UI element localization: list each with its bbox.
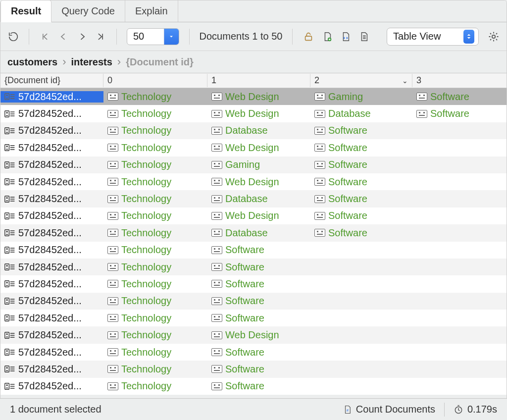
value-cell[interactable]: Web Design bbox=[207, 210, 310, 221]
id-cell[interactable]: 57d28452ed... bbox=[0, 193, 103, 205]
value-cell[interactable]: Technology bbox=[103, 278, 207, 290]
table-row[interactable]: 57d28452ed...TechnologyDatabaseSoftware bbox=[0, 224, 507, 241]
value-cell[interactable]: Technology bbox=[103, 313, 207, 324]
value-cell[interactable]: Technology bbox=[103, 125, 207, 136]
value-cell[interactable]: Database bbox=[207, 125, 310, 136]
value-cell[interactable]: Web Design bbox=[207, 91, 310, 103]
table-row[interactable]: 57d28452ed...TechnologySoftware bbox=[0, 344, 507, 361]
table-row[interactable]: 57d28452ed...TechnologyDatabaseSoftware bbox=[0, 190, 507, 207]
value-cell[interactable]: Database bbox=[207, 227, 310, 239]
id-cell[interactable]: 57d28452ed... bbox=[0, 159, 103, 170]
document-list-icon[interactable] bbox=[358, 30, 370, 43]
value-cell[interactable]: Technology bbox=[103, 380, 207, 392]
value-cell[interactable]: Database bbox=[207, 193, 310, 205]
prev-page-icon[interactable] bbox=[58, 30, 69, 43]
breadcrumb-item[interactable]: interests bbox=[71, 56, 112, 68]
table-row[interactable]: 57d28452ed...TechnologyWeb DesignSoftwar… bbox=[0, 208, 507, 224]
gear-icon[interactable] bbox=[488, 30, 500, 43]
table-row[interactable]: 57d28452ed...TechnologyWeb Design bbox=[0, 326, 507, 343]
table-row[interactable]: 57d28452ed...TechnologySoftware bbox=[0, 259, 507, 275]
value-cell[interactable]: Technology bbox=[103, 193, 207, 205]
value-cell[interactable]: Technology bbox=[103, 364, 207, 375]
value-cell[interactable]: Technology bbox=[103, 176, 207, 188]
table-row[interactable]: 57d28452ed...TechnologySoftware bbox=[0, 361, 507, 377]
table-row[interactable]: 57d28452ed...TechnologySoftware bbox=[0, 378, 507, 395]
value-cell[interactable]: Software bbox=[310, 193, 412, 205]
value-cell[interactable]: Software bbox=[207, 347, 310, 358]
table-header[interactable]: 0 bbox=[103, 74, 207, 87]
value-cell[interactable]: Gaming bbox=[310, 91, 412, 103]
id-cell[interactable]: 57d28452ed... bbox=[0, 262, 103, 273]
value-cell[interactable]: Software bbox=[207, 262, 310, 273]
view-mode-select[interactable]: Table View bbox=[387, 28, 479, 46]
id-cell[interactable]: 57d28452ed... bbox=[0, 176, 103, 188]
id-cell[interactable]: 57d28452ed... bbox=[0, 278, 103, 290]
table-row[interactable]: 57d28452ed...TechnologyWeb DesignDatabas… bbox=[0, 105, 507, 122]
value-cell[interactable]: Software bbox=[207, 380, 310, 392]
table-row[interactable]: 57d28452ed...TechnologyGamingSoftware bbox=[0, 157, 507, 173]
id-cell[interactable]: 57d28452ed... bbox=[0, 210, 103, 221]
tab-explain[interactable]: Explain bbox=[125, 0, 178, 22]
id-cell[interactable]: 57d28452ed... bbox=[0, 364, 103, 375]
table-row[interactable]: 57d28452ed...TechnologyDatabaseSoftware bbox=[0, 122, 507, 139]
value-cell[interactable]: Technology bbox=[103, 244, 207, 256]
id-cell[interactable]: 57d28452ed... bbox=[0, 347, 103, 358]
id-cell[interactable]: 57d28452ed... bbox=[0, 313, 103, 324]
table-row[interactable]: 57d28452ed...TechnologySoftware bbox=[0, 275, 507, 292]
id-cell[interactable]: 57d28452ed... bbox=[0, 329, 103, 341]
value-cell[interactable]: Web Design bbox=[207, 142, 310, 154]
id-cell[interactable]: 57d28452ed... bbox=[0, 108, 103, 119]
value-cell[interactable]: Software bbox=[310, 227, 412, 239]
value-cell[interactable]: Technology bbox=[103, 227, 207, 239]
value-cell[interactable]: Software bbox=[310, 142, 412, 154]
value-cell[interactable]: Database bbox=[310, 108, 412, 119]
value-cell[interactable]: Technology bbox=[103, 262, 207, 273]
id-cell[interactable]: 57d28452ed... bbox=[0, 380, 103, 392]
value-cell[interactable]: Software bbox=[207, 244, 310, 256]
value-cell[interactable]: Software bbox=[207, 364, 310, 375]
count-documents-button[interactable]: # Count Documents bbox=[343, 404, 435, 415]
id-cell[interactable]: 57d28452ed... bbox=[0, 295, 103, 307]
value-cell[interactable]: Software bbox=[207, 278, 310, 290]
value-cell[interactable]: Web Design bbox=[207, 108, 310, 119]
table-row[interactable]: 57d28452ed...TechnologySoftware bbox=[0, 293, 507, 310]
value-cell[interactable]: Software bbox=[207, 295, 310, 307]
value-cell[interactable]: Software bbox=[412, 108, 507, 119]
table-row[interactable]: 57d28452ed...TechnologyWeb DesignGamingS… bbox=[0, 88, 507, 105]
table-row[interactable]: 57d28452ed...TechnologySoftware bbox=[0, 310, 507, 326]
value-cell[interactable]: Technology bbox=[103, 108, 207, 119]
refresh-icon[interactable] bbox=[7, 30, 19, 43]
value-cell[interactable]: Software bbox=[412, 91, 507, 103]
value-cell[interactable]: Technology bbox=[103, 142, 207, 154]
id-cell[interactable]: 57d28452ed... bbox=[0, 227, 103, 239]
id-cell[interactable]: 57d28452ed... bbox=[0, 142, 103, 154]
value-cell[interactable]: Technology bbox=[103, 210, 207, 221]
value-cell[interactable]: Software bbox=[310, 210, 412, 221]
value-cell[interactable]: Software bbox=[310, 159, 412, 170]
table-row[interactable]: 57d28452ed...TechnologySoftware bbox=[0, 242, 507, 259]
value-cell[interactable]: Technology bbox=[103, 347, 207, 358]
value-cell[interactable]: Technology bbox=[103, 295, 207, 307]
breadcrumb-item[interactable]: customers bbox=[7, 56, 57, 68]
tab-result[interactable]: Result bbox=[0, 0, 51, 22]
table-header[interactable]: 2 ⌄ bbox=[310, 74, 412, 87]
table-row[interactable]: 57d28452ed...TechnologyWeb DesignSoftwar… bbox=[0, 173, 507, 190]
id-cell[interactable]: 57d28452ed... bbox=[0, 244, 103, 256]
tab-query-code[interactable]: Query Code bbox=[51, 0, 125, 22]
value-cell[interactable]: Web Design bbox=[207, 176, 310, 188]
unlock-icon[interactable] bbox=[303, 30, 314, 43]
add-document-icon[interactable] bbox=[321, 30, 333, 43]
value-cell[interactable]: Technology bbox=[103, 159, 207, 170]
first-page-icon[interactable] bbox=[39, 30, 51, 43]
id-cell[interactable]: 57d28452ed... bbox=[0, 91, 103, 103]
value-cell[interactable]: Web Design bbox=[207, 329, 310, 341]
value-cell[interactable]: Software bbox=[310, 125, 412, 136]
table-header[interactable]: 3 bbox=[412, 74, 507, 87]
value-cell[interactable]: Technology bbox=[103, 91, 207, 103]
table-header[interactable]: 1 bbox=[207, 74, 310, 87]
table-header[interactable]: {Document id} bbox=[0, 74, 103, 87]
value-cell[interactable]: Gaming bbox=[207, 159, 310, 170]
value-cell[interactable]: Technology bbox=[103, 329, 207, 341]
last-page-icon[interactable] bbox=[95, 30, 106, 43]
value-cell[interactable]: Software bbox=[310, 176, 412, 188]
